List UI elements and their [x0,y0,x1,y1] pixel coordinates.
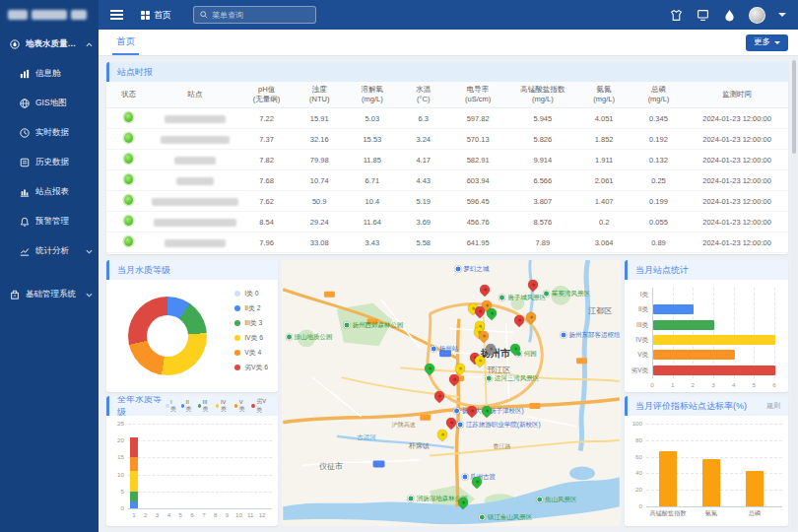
cell-value: 5.19 [400,191,447,212]
sidebar-item-gis-map[interactable]: GIS地图 [0,89,99,118]
cell-value: 3.69 [400,212,447,233]
user-avatar[interactable] [749,7,765,24]
cell-value: 1.407 [576,191,631,212]
cell-value: 4.17 [400,150,447,170]
grid-icon [141,11,150,20]
sidebar-item-label: 预警管理 [35,216,69,228]
legend-item[interactable]: II类 [181,399,194,414]
user-menu-chevron-icon[interactable] [778,13,786,17]
cell-value: 1.852 [576,129,631,150]
poi-green-icon [543,290,550,297]
legend-item[interactable]: IV类 6 [234,333,268,343]
station-name-redacted [161,136,230,144]
h-bar[interactable] [653,304,694,314]
cell-value: 15.53 [345,129,399,150]
sidebar-root-label: 基础管理系统 [26,289,76,300]
cell-value: 7.37 [239,129,294,150]
stacked-bar-segment[interactable] [130,471,138,492]
theme-shirt-icon[interactable] [669,8,683,22]
sidebar-item-info-hub[interactable]: 信息舱 [0,59,99,89]
tab-home[interactable]: 首页 [112,30,139,55]
poi-blue-icon [457,422,464,429]
status-ok-dot [124,154,133,164]
app-logo [0,0,99,30]
rules-link[interactable]: 规则 [766,401,780,411]
legend-item[interactable]: II类 2 [234,303,268,313]
sidebar-item-realtime-data[interactable]: 实时数据 [0,118,99,148]
table-row: 7.8279.9811.854.17582.919.9141.9110.1322… [106,150,788,170]
sidebar-item-alert-management[interactable]: 预警管理 [0,207,99,236]
history-icon [20,158,30,167]
cell-value: 603.94 [447,170,508,191]
scrollbar-thumb[interactable] [792,60,796,154]
cell-value: 8.54 [239,212,294,233]
station-report-table: 状态站点pH值(无量纲)浊度(NTU)溶解氧(mg/L)水温(°C)电导率(uS… [106,82,788,253]
h-bar[interactable] [653,320,714,330]
legend-item[interactable]: 劣V类 6 [234,363,268,372]
sidebar-root-water-system[interactable]: 地表水质量监测系统 [0,30,99,59]
more-button[interactable]: 更多 [746,34,788,51]
status-ok-dot [124,133,133,143]
station-map[interactable]: 扬州市邗江区江都区仪征市朴席镇梦幻之城唐子城风景区茱萸湾风景区扬州西郊森林公园捺… [282,260,621,526]
cell-value: 4.43 [400,170,447,191]
cell-value: 7.82 [239,150,294,170]
sidebar-root-base-management[interactable]: 基础管理系统 [0,280,99,309]
cell-value: 32.16 [294,129,345,150]
poi-green-icon [343,322,350,329]
legend-item[interactable]: III类 3 [234,318,268,328]
v-bar[interactable] [746,471,764,506]
legend-item[interactable]: IV类 [216,399,231,414]
donut-chart [128,297,207,375]
tab-bar: 首页 更多 [99,30,798,56]
stacked-bar-segment[interactable] [130,492,138,501]
sidebar-item-label: 站点报表 [35,186,69,198]
legend-item[interactable]: V类 [234,399,248,414]
stacked-bar-segment[interactable] [130,457,138,471]
column-header: 浊度(NTU) [294,82,345,108]
menu-collapse-icon[interactable] [110,10,123,20]
h-bar[interactable] [653,366,775,375]
cell-value: 0.25 [632,170,686,191]
v-bar[interactable] [702,459,720,506]
column-header: 总磷(mg/L) [632,82,686,108]
home-link-label: 首页 [154,9,171,22]
sidebar-item-history-data[interactable]: 历史数据 [0,148,99,177]
clock-icon [20,128,30,138]
map-label-poi-green: 扬州西郊森林公园 [343,321,403,330]
cell-value: 0.2 [576,212,631,233]
table-row: 7.9633.083.435.58641.957.893.0640.892024… [106,233,788,253]
bar-chart-icon [20,187,30,197]
stacked-bar-segment[interactable] [130,501,138,508]
sidebar-item-label: 信息舱 [35,68,61,80]
legend-item[interactable]: V类 4 [234,348,268,358]
poi-blue-icon [431,346,437,353]
h-bar[interactable] [653,335,775,345]
map-label-poi-green: 茱萸湾风景区 [543,289,590,298]
building-icon [10,290,20,299]
sidebar-item-statistics[interactable]: 统计分析 [0,236,99,266]
header-home-link[interactable]: 首页 [141,9,171,22]
stacked-bar-segment[interactable] [130,437,138,458]
column-header: 状态 [106,82,151,108]
column-header: 电导率(uS/cm) [447,82,508,108]
cell-value: 33.08 [294,233,345,253]
layout-screen-icon[interactable] [696,8,709,22]
vertical-scrollbar[interactable] [791,56,797,530]
map-label-town: 朴席镇 [409,441,430,451]
menu-search-input[interactable]: 菜单查询 [193,6,316,24]
v-bar[interactable] [659,451,677,506]
legend-item[interactable]: I类 [166,399,177,414]
annual-legend: I类II类III类IV类V类劣V类 [166,397,270,415]
cell-value: 0.055 [632,212,686,233]
legend-item[interactable]: 劣V类 [251,397,270,415]
sidebar-item-station-report[interactable]: 站点报表 [0,177,99,207]
h-bar[interactable] [653,350,735,360]
chevron-down-icon [86,249,93,254]
water-drop-icon[interactable] [722,8,736,22]
chevron-down-icon [86,293,93,298]
legend-item[interactable]: I类 0 [234,289,268,299]
column-header: 监测时间 [686,82,788,108]
status-ok-dot [124,112,133,122]
cell-value: 11.64 [345,212,399,233]
legend-item[interactable]: III类 [198,399,212,414]
